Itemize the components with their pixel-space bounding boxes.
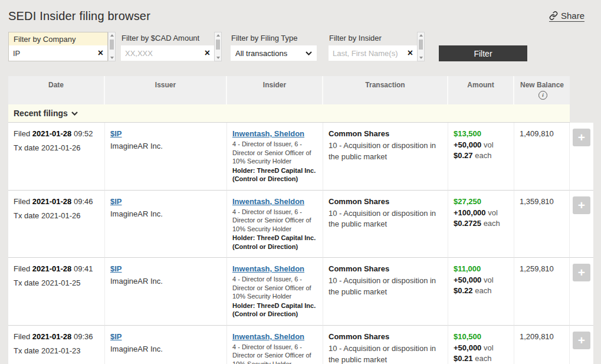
clear-insider-icon[interactable]: × <box>408 48 413 58</box>
chevron-down-icon <box>306 51 312 55</box>
transaction-type: 10 - Acquisition or disposition in the p… <box>329 343 442 364</box>
top-bar: SEDI Insider filing browser Share <box>0 0 601 23</box>
ticker-link[interactable]: $IP <box>110 332 122 341</box>
group-spacer <box>570 104 593 123</box>
share-link[interactable]: Share <box>549 11 584 22</box>
issuer-name: ImagineAR Inc. <box>110 277 221 286</box>
insider-roles: 4 - Director of Issuer, 6 - Director or … <box>232 275 317 301</box>
transaction-type: 10 - Acquisition or disposition in the p… <box>329 140 442 163</box>
link-icon <box>549 11 558 20</box>
header-spacer <box>570 76 593 104</box>
filing-type-value: All transactions <box>235 49 287 58</box>
recent-filings-toggle[interactable]: Recent filings <box>8 104 570 123</box>
scroll-up-icon[interactable] <box>110 34 114 37</box>
filter-company-inputrow: × <box>9 45 107 61</box>
issuer-cell: $IP ImagineAR Inc. <box>105 123 227 191</box>
expand-cell: + <box>570 191 593 258</box>
plus-icon[interactable]: + <box>573 332 590 349</box>
page-title: SEDI Insider filing browser <box>8 9 150 23</box>
date-cell: Filed 2021-01-28 09:41 Tx date 2021-01-2… <box>8 258 105 326</box>
table-row: Filed 2021-01-28 09:52 Tx date 2021-01-2… <box>8 123 593 191</box>
amount-cell: $27,250 +100,000 vol $0.2725 each <box>448 191 514 258</box>
scroll-down-icon[interactable] <box>419 57 423 59</box>
security-type: Common Shares <box>329 129 442 138</box>
issuer-name: ImagineAR Inc. <box>110 142 221 150</box>
group-row: Recent filings <box>8 104 593 123</box>
amount-value: $11,000 <box>454 264 508 273</box>
filter-amount-inputrow: × <box>121 45 214 61</box>
ticker-link[interactable]: $IP <box>110 129 122 138</box>
issuer-name: ImagineAR Inc. <box>110 209 221 218</box>
issuer-name: ImagineAR Inc. <box>110 345 221 353</box>
amount-scrollbar[interactable] <box>214 32 222 61</box>
filter-amount-label: Filter by $CAD Amount <box>121 32 214 45</box>
new-balance-value: 1,409,810 <box>520 129 554 138</box>
ticker-link[interactable]: $IP <box>110 264 122 273</box>
transaction-cell: Common Shares 10 - Acquisition or dispos… <box>323 326 448 364</box>
company-input[interactable] <box>13 49 96 58</box>
new-balance-value: 1,259,810 <box>520 264 554 273</box>
scroll-up-icon[interactable] <box>419 34 423 37</box>
scroll-down-icon[interactable] <box>110 57 114 59</box>
transaction-cell: Common Shares 10 - Acquisition or dispos… <box>323 123 448 191</box>
column-header-transaction: Transaction <box>323 76 448 104</box>
filter-type-group: Filter by Filing Type All transactions <box>231 32 317 61</box>
filings-table: Date Issuer Insider Transaction Amount N… <box>8 76 593 364</box>
insider-roles: 4 - Director of Issuer, 6 - Director or … <box>232 208 317 234</box>
plus-icon[interactable]: + <box>573 129 590 146</box>
new-balance-cell: 1,409,810 <box>514 123 570 191</box>
insider-link[interactable]: Inwentash, Sheldon <box>232 332 304 341</box>
date-cell: Filed 2021-01-28 09:36 Tx date 2021-01-2… <box>8 326 105 364</box>
amount-input[interactable] <box>125 49 202 58</box>
transaction-type: 10 - Acquisition or disposition in the p… <box>329 208 442 231</box>
filter-type-label: Filter by Filing Type <box>231 32 317 45</box>
share-label: Share <box>561 11 584 21</box>
amount-cell: $10,500 +50,000 vol $0.21 each <box>448 326 514 364</box>
info-icon[interactable]: i <box>538 91 547 100</box>
scroll-up-icon[interactable] <box>216 34 220 37</box>
scroll-thumb[interactable] <box>216 40 220 50</box>
insider-cell: Inwentash, Sheldon 4 - Director of Issue… <box>227 123 323 191</box>
insider-holder: Holder: ThreeD Capital Inc. (Control or … <box>232 301 317 319</box>
filter-submit-button[interactable]: Filter <box>439 45 527 61</box>
insider-scrollbar[interactable] <box>417 32 425 61</box>
expand-cell: + <box>570 326 593 364</box>
filter-insider-inputrow: × <box>329 45 417 61</box>
new-balance-value: 1,359,810 <box>520 197 554 206</box>
insider-roles: 4 - Director of Issuer, 6 - Director or … <box>232 343 317 364</box>
filter-company-label: Filter by Company <box>9 32 107 45</box>
scroll-thumb[interactable] <box>110 40 114 50</box>
column-header-insider: Insider <box>227 76 323 104</box>
chevron-down-icon <box>71 112 78 116</box>
plus-icon[interactable]: + <box>573 264 590 281</box>
insider-link[interactable]: Inwentash, Sheldon <box>232 264 304 273</box>
ticker-link[interactable]: $IP <box>110 197 122 206</box>
insider-link[interactable]: Inwentash, Sheldon <box>232 129 304 138</box>
new-balance-cell: 1,209,810 <box>514 326 570 364</box>
column-header-new-balance: New Balancei <box>514 76 570 104</box>
security-type: Common Shares <box>329 197 442 206</box>
plus-icon[interactable]: + <box>573 196 590 214</box>
scroll-thumb[interactable] <box>419 40 423 50</box>
filing-type-select[interactable]: All transactions <box>231 45 317 61</box>
price-value: $0.21 <box>454 354 473 363</box>
clear-company-icon[interactable]: × <box>98 48 103 58</box>
price-value: $0.2725 <box>454 219 481 228</box>
amount-value: $27,250 <box>454 197 508 206</box>
insider-cell: Inwentash, Sheldon 4 - Director of Issue… <box>227 326 323 364</box>
volume-value: +100,000 <box>454 208 486 217</box>
scroll-down-icon[interactable] <box>216 57 220 59</box>
issuer-cell: $IP ImagineAR Inc. <box>105 258 227 326</box>
insider-link[interactable]: Inwentash, Sheldon <box>232 197 304 206</box>
filter-insider-label: Filter by Insider <box>329 32 417 45</box>
insider-input[interactable] <box>333 49 405 58</box>
company-scrollbar[interactable] <box>108 32 116 61</box>
clear-amount-icon[interactable]: × <box>205 48 210 58</box>
price-value: $0.27 <box>454 151 473 160</box>
volume-value: +50,000 <box>454 140 481 149</box>
security-type: Common Shares <box>329 332 442 341</box>
insider-cell: Inwentash, Sheldon 4 - Director of Issue… <box>227 258 323 326</box>
new-balance-cell: 1,359,810 <box>514 191 570 258</box>
column-header-amount: Amount <box>448 76 514 104</box>
amount-value: $13,500 <box>454 129 508 138</box>
